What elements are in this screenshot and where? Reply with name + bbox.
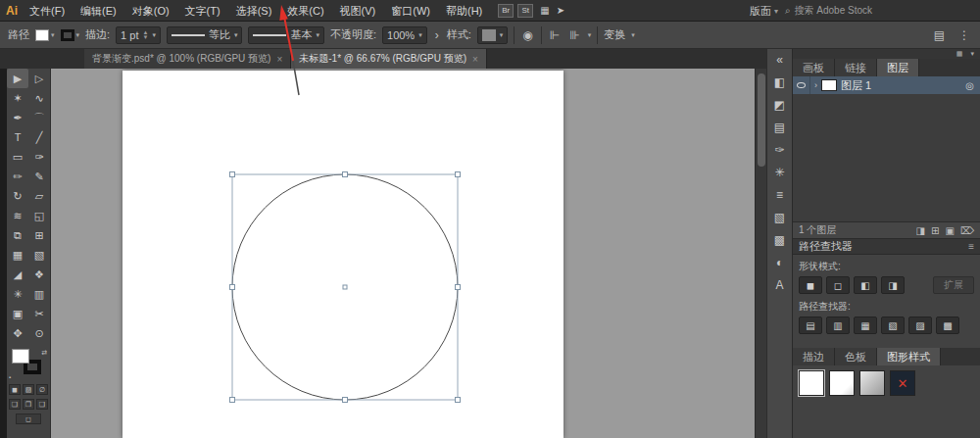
- menu-type[interactable]: 文字(T): [177, 0, 228, 22]
- chevron-down-icon[interactable]: ▾: [588, 31, 592, 39]
- tab-graphic-styles[interactable]: 图形样式: [877, 348, 941, 365]
- handle-top-right[interactable]: [456, 172, 461, 177]
- handle-middle-left[interactable]: [230, 285, 235, 290]
- menu-object[interactable]: 对象(O): [124, 0, 177, 22]
- step-down-icon[interactable]: ▼: [142, 35, 148, 40]
- minus-back-button[interactable]: ▩: [936, 316, 959, 334]
- line-segment-tool[interactable]: ╱: [28, 127, 50, 147]
- visibility-toggle[interactable]: [793, 76, 810, 94]
- symbol-sprayer-tool[interactable]: ✳: [7, 284, 28, 304]
- expand-button[interactable]: 扩展: [933, 276, 974, 294]
- gradient-tool[interactable]: ▧: [28, 245, 50, 265]
- document-tab-background[interactable]: 背景渐变.psd* @ 100% (RGB/GPU 预览) ×: [84, 49, 291, 69]
- draw-behind-button[interactable]: ❐: [23, 399, 34, 410]
- stepper-arrows[interactable]: ▲ ▼: [142, 30, 148, 40]
- free-transform-tool[interactable]: ◱: [28, 206, 50, 225]
- zoom-tool[interactable]: ⊙: [28, 323, 50, 343]
- handle-bottom-center[interactable]: [343, 398, 348, 403]
- perspective-grid-tool[interactable]: ⊞: [28, 225, 50, 245]
- appearance-panel-icon[interactable]: ◐: [776, 256, 783, 269]
- opacity-dropdown[interactable]: 100% ▾: [382, 26, 427, 44]
- pencil-tool[interactable]: ✎: [28, 167, 50, 186]
- width-profile-dropdown[interactable]: 等比 ▾: [167, 26, 243, 44]
- layer-row[interactable]: › 图层 1 ◎: [793, 76, 980, 94]
- control-bar-menu-icon[interactable]: ⋮: [956, 28, 972, 42]
- layer-target-icon[interactable]: ◎: [965, 80, 974, 91]
- chevron-down-icon[interactable]: ▾: [631, 31, 635, 39]
- new-layer-icon[interactable]: ▣: [945, 225, 954, 236]
- dock-grid-icon[interactable]: ▦: [956, 49, 963, 59]
- blend-tool[interactable]: ❖: [28, 265, 50, 284]
- arrange-documents-icon[interactable]: ▦: [540, 5, 549, 16]
- gradient-panel-icon[interactable]: ▧: [774, 211, 785, 224]
- color-panel-icon[interactable]: ◧: [774, 75, 785, 89]
- trim-button[interactable]: ▥: [826, 316, 850, 334]
- width-tool[interactable]: ≋: [7, 206, 28, 225]
- handle-bottom-left[interactable]: [230, 398, 235, 403]
- style-dropdown[interactable]: ▾: [477, 26, 509, 44]
- crop-button[interactable]: ▧: [881, 316, 905, 334]
- pathfinder-panel-header[interactable]: 路径查找器 ≡: [793, 238, 980, 255]
- color-guide-panel-icon[interactable]: ◩: [774, 98, 785, 112]
- shaper-tool[interactable]: ✏: [7, 167, 28, 186]
- divide-button[interactable]: ▤: [799, 316, 822, 334]
- graphic-style-3[interactable]: [859, 370, 885, 396]
- stroke-color-dropdown[interactable]: ▾: [61, 29, 80, 41]
- draw-inside-button[interactable]: ❑: [36, 399, 48, 410]
- paintbrush-tool[interactable]: ✑: [28, 147, 50, 167]
- swatches-panel-icon[interactable]: ▤: [774, 121, 785, 134]
- none-button[interactable]: ∅: [36, 384, 48, 395]
- selection-tool[interactable]: ▶: [7, 69, 28, 88]
- tab-artboards[interactable]: 画板: [793, 59, 835, 76]
- fill-color-dropdown[interactable]: ▾: [35, 29, 55, 41]
- tab-stroke[interactable]: 描边: [793, 348, 835, 365]
- stroke-weight-stepper[interactable]: 1 pt ▲ ▼ ▾: [116, 26, 161, 44]
- eyedropper-tool[interactable]: ◢: [7, 265, 28, 284]
- align-left-icon[interactable]: ⊩: [548, 28, 562, 42]
- curvature-tool[interactable]: ⌒: [28, 108, 50, 127]
- chevron-down-icon[interactable]: ▾: [970, 49, 974, 59]
- handle-top-left[interactable]: [230, 172, 235, 177]
- handle-top-center[interactable]: [343, 172, 348, 177]
- canvas-pasteboard[interactable]: [51, 69, 755, 438]
- handle-bottom-right[interactable]: [456, 398, 461, 403]
- make-clipping-mask-icon[interactable]: ◨: [916, 225, 925, 236]
- rotate-tool[interactable]: ↻: [7, 186, 28, 206]
- direct-selection-tool[interactable]: ▷: [28, 69, 50, 88]
- exclude-button[interactable]: ◨: [881, 276, 905, 294]
- swap-fill-stroke-icon[interactable]: ⇄: [41, 349, 47, 357]
- type-tool[interactable]: T: [7, 127, 28, 147]
- graphic-style-2[interactable]: [829, 370, 855, 396]
- align-right-icon[interactable]: ⊪: [567, 28, 581, 42]
- gradient-button[interactable]: ▨: [23, 384, 34, 395]
- menu-file[interactable]: 文件(F): [22, 0, 73, 22]
- merge-button[interactable]: ▦: [854, 316, 877, 334]
- stock-button[interactable]: St: [517, 4, 533, 18]
- transform-label[interactable]: 变换: [604, 27, 625, 42]
- character-panel-icon[interactable]: A: [775, 278, 783, 292]
- delete-layer-icon[interactable]: ⌦: [960, 225, 974, 236]
- menu-help[interactable]: 帮助(H): [438, 0, 490, 22]
- recolor-artwork-icon[interactable]: ◉: [520, 28, 534, 42]
- collapse-dock-icon[interactable]: «: [776, 53, 783, 67]
- graphic-style-4[interactable]: ✕: [890, 370, 915, 396]
- menu-effect[interactable]: 效果(C): [279, 0, 331, 22]
- screen-mode-button[interactable]: ◻: [16, 414, 41, 424]
- color-button[interactable]: ◼: [9, 384, 21, 395]
- vertical-scrollbar[interactable]: [755, 69, 766, 438]
- scale-tool[interactable]: ▱: [28, 186, 50, 206]
- menu-view[interactable]: 视图(V): [332, 0, 384, 22]
- scrollbar-thumb[interactable]: [758, 73, 765, 167]
- minus-front-button[interactable]: ◻: [826, 276, 850, 294]
- outline-button[interactable]: ▨: [908, 316, 932, 334]
- stock-search[interactable]: ⌕ 搜索 Adobe Stock: [785, 4, 872, 18]
- close-icon[interactable]: ×: [472, 54, 478, 65]
- menu-select[interactable]: 选择(S): [228, 0, 280, 22]
- share-icon[interactable]: ➤: [557, 5, 564, 16]
- unite-button[interactable]: ◼: [799, 276, 822, 294]
- opacity-more-icon[interactable]: ›: [433, 28, 441, 42]
- expand-layer-icon[interactable]: ›: [814, 80, 817, 90]
- symbols-panel-icon[interactable]: ✳: [774, 166, 784, 179]
- transparency-panel-icon[interactable]: ▩: [774, 233, 785, 247]
- graphic-style-default[interactable]: [799, 370, 824, 396]
